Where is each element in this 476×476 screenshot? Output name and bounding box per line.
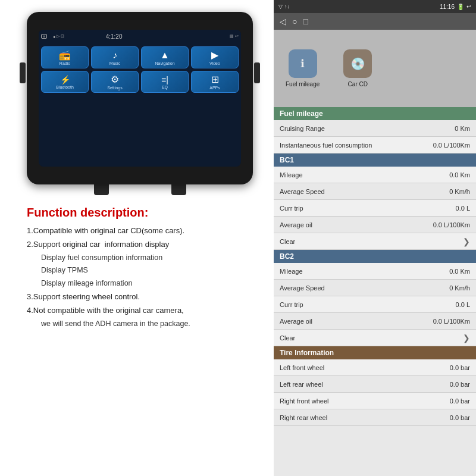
instant-fuel-label: Instantaneous fuel consumption bbox=[280, 142, 433, 149]
app-settings[interactable]: ⚙ Settings bbox=[91, 71, 139, 93]
bc2-avg-speed-row: Average Speed 0 Km/h bbox=[274, 280, 476, 296]
bc2-mileage-value: 0.0 Km bbox=[449, 268, 470, 275]
app-apps-label: APPs bbox=[209, 86, 220, 90]
bc1-clear-row[interactable]: Clear ❯ bbox=[274, 233, 476, 250]
app-eq-label: EQ bbox=[162, 85, 168, 89]
right-front-wheel-value: 0.0 bar bbox=[450, 397, 470, 405]
right-panel: ▽ ↑↓ 11:16 🔋 ↩ ◁ ○ □ ℹ Fuel mileage 💿 Ca… bbox=[274, 0, 476, 476]
left-front-wheel-label: Left front wheel bbox=[280, 364, 450, 371]
android-back-icon: ↩ bbox=[466, 4, 471, 10]
left-front-wheel-value: 0.0 bar bbox=[450, 364, 470, 371]
bc1-clear-label: Clear bbox=[280, 238, 460, 245]
car-unit: ⊞ ● ▷ ⊡ 4:1:20 ▤ ↩ 📻 Radio ♪ Music bbox=[27, 12, 253, 184]
app-bluetooth[interactable]: ⚡ Bluetooth bbox=[41, 71, 89, 93]
car-cd-label: Car CD bbox=[348, 81, 368, 87]
func-item-4: 4.Not compatible with the original car c… bbox=[27, 304, 259, 318]
android-battery-icon: 🔋 bbox=[457, 4, 464, 10]
android-nav-bar: ◁ ○ □ bbox=[274, 13, 476, 30]
cruising-range-label: Cruising Range bbox=[280, 125, 455, 132]
bc1-clear-arrow: ❯ bbox=[463, 237, 470, 246]
bc1-avg-oil-row: Average oil 0.0 L/100Km bbox=[274, 217, 476, 233]
app-navigation-label: Navigation bbox=[155, 61, 174, 65]
bc2-section-header: BC2 bbox=[274, 250, 476, 263]
car-cd-app[interactable]: 💿 Car CD bbox=[343, 49, 372, 87]
android-time: 11:16 bbox=[440, 4, 455, 10]
bc1-curr-trip-row: Curr trip 0.0 L bbox=[274, 200, 476, 217]
right-rear-wheel-label: Right rear wheel bbox=[280, 414, 450, 421]
left-rear-wheel-row: Left rear wheel 0.0 bar bbox=[274, 376, 476, 393]
fuel-mileage-label: Fuel mileage bbox=[286, 81, 320, 87]
bc1-avg-oil-value: 0.0 L/100Km bbox=[433, 221, 470, 228]
app-radio-label: Radio bbox=[60, 61, 70, 65]
app-music-label: Music bbox=[109, 61, 120, 65]
func-sub-3: Display mileage information bbox=[27, 277, 259, 290]
fuel-mileage-icon: ℹ bbox=[289, 49, 317, 78]
info-table: Fuel mileage Cruising Range 0 Km Instant… bbox=[274, 107, 476, 476]
app-radio[interactable]: 📻 Radio bbox=[41, 46, 89, 68]
android-back-button[interactable]: ◁ bbox=[280, 17, 286, 26]
app-grid: 📻 Radio ♪ Music ▲ Navigation ▶ Video ⚡ bbox=[39, 44, 241, 95]
function-description: Function description: 1.Compatible with … bbox=[21, 206, 259, 331]
android-signal-icon: ↑↓ bbox=[284, 4, 290, 10]
cruising-range-row: Cruising Range 0 Km bbox=[274, 120, 476, 137]
right-front-wheel-row: Right front wheel 0.0 bar bbox=[274, 393, 476, 409]
mount-right bbox=[171, 184, 186, 195]
bc2-curr-trip-value: 0.0 L bbox=[456, 301, 470, 308]
music-icon: ♪ bbox=[112, 51, 117, 60]
app-music[interactable]: ♪ Music bbox=[91, 46, 139, 68]
bc1-section-header: BC1 bbox=[274, 154, 476, 167]
navigation-icon: ▲ bbox=[160, 51, 170, 60]
android-recents-button[interactable]: □ bbox=[303, 17, 308, 26]
bc1-mileage-label: Mileage bbox=[280, 171, 449, 178]
settings-icon: ⚙ bbox=[111, 75, 119, 84]
bluetooth-icon: ⚡ bbox=[60, 76, 70, 84]
cruising-range-value: 0 Km bbox=[455, 125, 470, 132]
car-mounts bbox=[27, 184, 253, 195]
func-sub-1: Display fuel consumption information bbox=[27, 252, 259, 265]
eq-icon: ≡| bbox=[161, 76, 168, 84]
bc1-curr-trip-value: 0.0 L bbox=[456, 205, 470, 212]
tire-section-header: Tire Information bbox=[274, 346, 476, 359]
fuel-section-header: Fuel mileage bbox=[274, 107, 476, 120]
instant-fuel-value: 0.0 L/100Km bbox=[433, 142, 470, 149]
bc2-clear-arrow: ❯ bbox=[463, 333, 470, 343]
radio-icon: 📻 bbox=[59, 51, 71, 60]
bc2-mileage-row: Mileage 0.0 Km bbox=[274, 263, 476, 280]
bc1-mileage-value: 0.0 Km bbox=[449, 171, 470, 178]
bc2-mileage-label: Mileage bbox=[280, 268, 449, 275]
bc2-avg-oil-value: 0.0 L/100Km bbox=[433, 318, 470, 325]
app-video[interactable]: ▶ Video bbox=[191, 46, 239, 68]
function-title: Function description: bbox=[27, 206, 259, 220]
bc2-curr-trip-label: Curr trip bbox=[280, 301, 456, 308]
bc2-avg-oil-label: Average oil bbox=[280, 318, 433, 325]
app-bluetooth-label: Bluetooth bbox=[56, 85, 74, 89]
android-wifi-icon: ▽ bbox=[278, 4, 283, 10]
android-home-button[interactable]: ○ bbox=[292, 17, 297, 26]
right-rear-wheel-value: 0.0 bar bbox=[450, 414, 470, 421]
video-icon: ▶ bbox=[211, 51, 218, 60]
func-sub-2: Display TPMS bbox=[27, 264, 259, 277]
app-area: ℹ Fuel mileage 💿 Car CD bbox=[274, 30, 476, 107]
bc2-clear-label: Clear bbox=[280, 334, 460, 342]
right-front-wheel-label: Right front wheel bbox=[280, 397, 450, 405]
left-panel: ⊞ ● ▷ ⊡ 4:1:20 ▤ ↩ 📻 Radio ♪ Music bbox=[0, 0, 274, 476]
fuel-mileage-app[interactable]: ℹ Fuel mileage bbox=[286, 49, 320, 87]
app-settings-label: Settings bbox=[107, 86, 122, 90]
car-screen: ⊞ ● ▷ ⊡ 4:1:20 ▤ ↩ 📻 Radio ♪ Music bbox=[39, 30, 241, 167]
screen-time: 4:1:20 bbox=[106, 33, 123, 40]
android-status-bar: ▽ ↑↓ 11:16 🔋 ↩ bbox=[274, 0, 476, 13]
left-rear-wheel-value: 0.0 bar bbox=[450, 381, 470, 388]
right-rear-wheel-row: Right rear wheel 0.0 bar bbox=[274, 409, 476, 426]
bc2-avg-oil-row: Average oil 0.0 L/100Km bbox=[274, 313, 476, 330]
app-eq[interactable]: ≡| EQ bbox=[141, 71, 189, 93]
bc1-avg-speed-value: 0 Km/h bbox=[449, 188, 470, 195]
bc1-curr-trip-label: Curr trip bbox=[280, 205, 456, 212]
bc2-clear-row[interactable]: Clear ❯ bbox=[274, 330, 476, 346]
mount-left bbox=[94, 184, 109, 195]
bc1-avg-speed-row: Average Speed 0 Km/h bbox=[274, 183, 476, 200]
bc2-avg-speed-label: Average Speed bbox=[280, 284, 449, 292]
app-apps[interactable]: ⊞ APPs bbox=[191, 71, 239, 93]
car-cd-icon: 💿 bbox=[343, 49, 372, 78]
app-navigation[interactable]: ▲ Navigation bbox=[141, 46, 189, 68]
apps-icon: ⊞ bbox=[211, 75, 219, 84]
